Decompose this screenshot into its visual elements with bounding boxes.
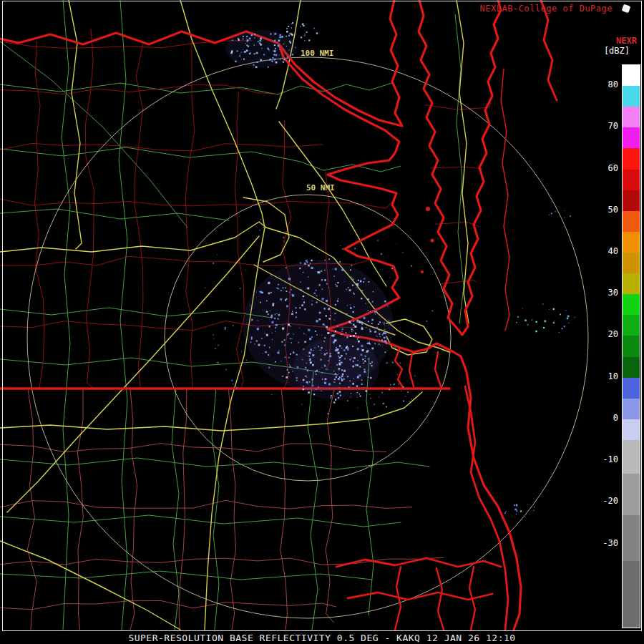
colorbar-segment [623, 419, 640, 440]
echo-pixel [346, 336, 348, 338]
echo-pixel [286, 31, 288, 33]
echo-pixel [385, 352, 386, 353]
echo-pixel [258, 41, 259, 42]
echo-pixel [303, 379, 304, 381]
echo-pixel [544, 321, 546, 323]
echo-pixel [278, 318, 279, 320]
echo-pixel [345, 388, 346, 389]
echo-pixel [282, 287, 283, 288]
echo-pixel [218, 362, 219, 364]
echo-pixel [302, 24, 304, 26]
echo-pixel [263, 310, 263, 311]
echo-pixel [324, 270, 325, 270]
echo-pixel [321, 347, 323, 348]
echo-pixel [335, 373, 336, 374]
colorbar-segment [623, 232, 640, 253]
echo-pixel [328, 258, 330, 260]
echo-pixel [527, 324, 528, 325]
echo-pixel [316, 370, 318, 371]
echo-pixel [364, 278, 365, 280]
echo-pixel [271, 394, 272, 395]
echo-pixel [516, 510, 517, 512]
echo-pixel [235, 61, 237, 63]
echo-pixel [383, 341, 384, 342]
echo-pixel [361, 290, 363, 291]
bay-island [431, 239, 434, 243]
echo-pixel [287, 369, 288, 371]
echo-pixel [249, 38, 251, 40]
echo-pixel [255, 37, 255, 38]
echo-pixel [266, 265, 267, 266]
echo-pixel [325, 260, 326, 260]
echo-pixel [551, 213, 552, 215]
echo-pixel [333, 341, 335, 343]
echo-pixel [386, 343, 387, 344]
echo-pixel [225, 327, 226, 328]
echo-pixel [338, 363, 341, 365]
echo-pixel [368, 358, 369, 359]
echo-pixel [238, 39, 239, 40]
echo-pixel [291, 33, 292, 34]
echo-pixel [321, 359, 322, 361]
echo-pixel [205, 288, 205, 288]
echo-pixel [328, 360, 329, 361]
echo-pixel [379, 339, 380, 341]
echo-pixel [267, 48, 269, 50]
echo-pixel [354, 326, 356, 328]
echo-pixel [261, 292, 263, 294]
echo-pixel [315, 371, 316, 373]
echo-pixel [257, 320, 258, 321]
echo-pixel [351, 328, 353, 330]
echo-pixel [353, 378, 354, 379]
echo-pixel [303, 389, 304, 390]
echo-pixel [303, 25, 304, 26]
echo-pixel [247, 42, 248, 42]
echo-pixel [288, 35, 290, 36]
echo-pixel [256, 52, 258, 54]
echo-pixel [375, 331, 376, 332]
echo-pixel [260, 219, 261, 220]
echo-pixel [362, 349, 364, 351]
echo-pixel [335, 268, 337, 270]
echo-pixel [328, 413, 329, 414]
echo-pixel [346, 313, 348, 315]
echo-pixel [339, 357, 341, 358]
echo-pixel [338, 369, 340, 371]
colorbar-tick-label: -10 [598, 454, 618, 464]
echo-pixel [311, 336, 313, 338]
echo-pixel [305, 367, 306, 369]
colorbar-segment [623, 440, 640, 474]
echo-pixel [321, 279, 323, 280]
echo-pixel [326, 353, 328, 354]
echo-pixel [358, 388, 358, 389]
echo-pixel [370, 363, 371, 364]
echo-pixel [309, 381, 311, 383]
echo-pixel [260, 38, 262, 40]
echo-pixel [355, 364, 357, 366]
echo-pixel [356, 385, 358, 386]
echo-pixel [516, 322, 517, 323]
echo-pixel [282, 328, 284, 330]
echo-pixel [311, 260, 313, 261]
echo-pixel [274, 318, 275, 319]
echo-pixel [341, 334, 341, 335]
echo-pixel [396, 280, 397, 280]
colorbar-segment [623, 211, 640, 232]
echo-pixel [385, 332, 387, 334]
echo-pixel [231, 380, 233, 381]
echo-pixel [244, 335, 245, 336]
echo-pixel [352, 278, 353, 278]
echo-pixel [255, 34, 256, 35]
echo-pixel [283, 62, 284, 63]
echo-pixel [292, 295, 294, 297]
echo-pixel [254, 45, 255, 46]
echo-pixel [296, 316, 297, 318]
colorbar-scale [622, 64, 640, 628]
echo-pixel [367, 343, 369, 344]
echo-pixel [313, 394, 315, 395]
echo-pixel [368, 298, 369, 300]
echo-pixel [319, 284, 321, 286]
echo-pixel [392, 362, 394, 364]
echo-pixel [271, 321, 273, 323]
echo-pixel [352, 285, 353, 286]
